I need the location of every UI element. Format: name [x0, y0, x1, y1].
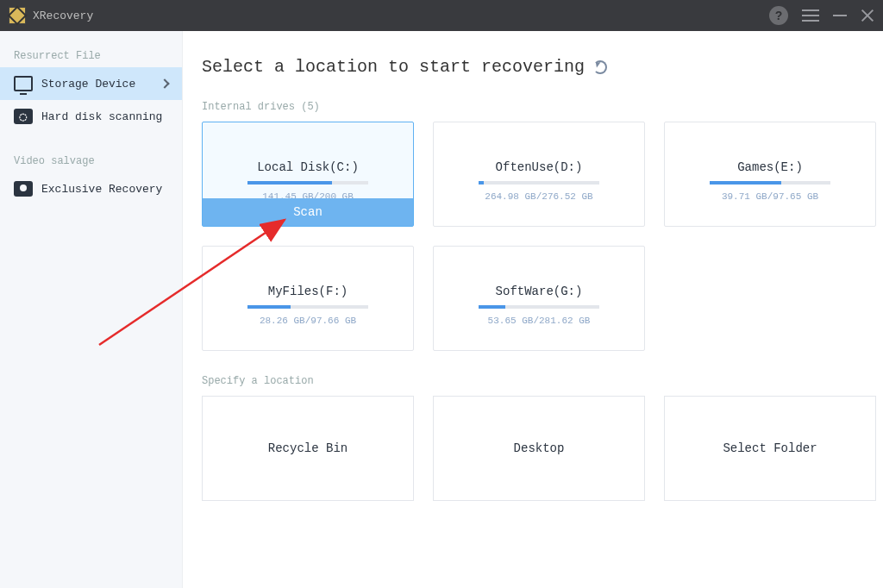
drive-name: OftenUse(D:): [496, 160, 583, 174]
sidebar: Resurrect File Storage Device ◌ Hard dis…: [0, 31, 183, 588]
drive-size: 53.65 GB/281.62 GB: [488, 316, 591, 326]
app-icon: [9, 7, 26, 24]
close-icon[interactable]: [861, 9, 874, 22]
sidebar-section-video: Video salvage: [0, 147, 182, 172]
chevron-right-icon: [160, 78, 169, 88]
titlebar: XRecovery ?: [0, 0, 883, 31]
sidebar-item-label: Exclusive Recovery: [41, 183, 162, 196]
sidebar-item-label: Hard disk scanning: [41, 110, 162, 123]
scan-button[interactable]: Scan: [203, 198, 413, 226]
page-title-text: Select a location to start recovering: [202, 57, 585, 77]
refresh-icon[interactable]: [593, 60, 607, 74]
monitor-icon: [14, 76, 33, 91]
main-panel: Select a location to start recovering In…: [183, 31, 883, 588]
minimize-icon[interactable]: [833, 15, 847, 16]
app-title: XRecovery: [33, 9, 93, 22]
location-card[interactable]: Desktop: [433, 396, 645, 501]
drive-card[interactable]: Games(E:)39.71 GB/97.65 GB: [664, 122, 876, 227]
sidebar-item-hard-disk-scanning[interactable]: ◌ Hard disk scanning: [0, 100, 182, 133]
sidebar-item-exclusive-recovery[interactable]: Exclusive Recovery: [0, 172, 182, 205]
drive-usage-bar: [479, 305, 599, 309]
drive-grid: Local Disk(C:)141.45 GB/200 GBScanOftenU…: [202, 122, 864, 351]
drive-usage-bar: [710, 181, 830, 185]
drive-usage-bar: [479, 181, 599, 185]
drive-card[interactable]: SoftWare(G:)53.65 GB/281.62 GB: [433, 246, 645, 351]
location-card[interactable]: Select Folder: [664, 396, 876, 501]
drive-name: MyFiles(F:): [268, 285, 348, 298]
drive-name: Local Disk(C:): [257, 160, 359, 174]
drive-card[interactable]: Local Disk(C:)141.45 GB/200 GBScan: [202, 122, 414, 227]
sidebar-item-label: Storage Device: [41, 78, 135, 91]
drive-usage-bar: [247, 181, 368, 185]
drive-name: SoftWare(G:): [496, 285, 583, 298]
drive-card[interactable]: MyFiles(F:)28.26 GB/97.66 GB: [202, 246, 414, 351]
page-title: Select a location to start recovering: [202, 57, 864, 77]
drives-section-label: Internal drives (5): [202, 101, 864, 113]
drive-usage-bar: [247, 305, 368, 309]
sidebar-section-resurrect: Resurrect File: [0, 41, 182, 67]
drive-name: Games(E:): [737, 160, 803, 174]
locations-grid: Recycle BinDesktopSelect Folder: [202, 396, 864, 501]
drive-size: 28.26 GB/97.66 GB: [260, 316, 356, 326]
disk-icon: ◌: [14, 109, 33, 124]
drive-size: 264.98 GB/276.52 GB: [485, 191, 592, 202]
drive-size: 39.71 GB/97.65 GB: [722, 191, 818, 202]
help-icon[interactable]: ?: [769, 6, 788, 25]
sidebar-item-storage-device[interactable]: Storage Device: [0, 67, 182, 100]
location-card[interactable]: Recycle Bin: [202, 396, 414, 501]
locations-section-label: Specify a location: [202, 375, 864, 387]
menu-icon[interactable]: [802, 9, 819, 22]
drive-card[interactable]: OftenUse(D:)264.98 GB/276.52 GB: [433, 122, 645, 227]
camera-icon: [14, 181, 33, 197]
